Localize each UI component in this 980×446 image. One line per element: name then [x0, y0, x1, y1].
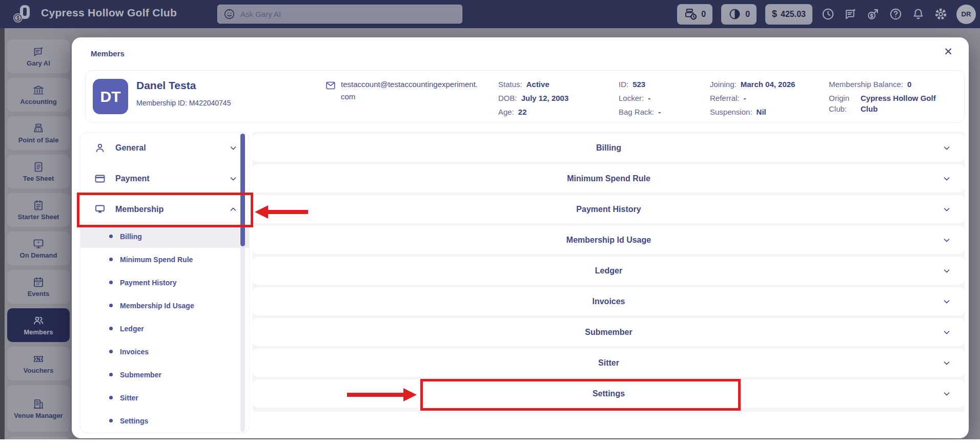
nav-subitem-minimum-spend-rule[interactable]: Minimum Spend Rule — [80, 248, 249, 271]
sidebar-item-accounting[interactable]: Accounting — [7, 78, 70, 112]
ticket-percent-icon — [32, 353, 45, 365]
sidebar-item-label: On Demand — [20, 251, 57, 259]
app-sidebar: Gary AI Accounting Point of Sale — [5, 28, 72, 439]
field-value: Cypress Hollow Golf Club — [861, 91, 954, 114]
bullet-icon — [109, 373, 113, 376]
nav-section-payment[interactable]: Payment — [80, 163, 249, 194]
building-icon — [32, 398, 45, 410]
accordion-title: Minimum Spend Rule — [567, 174, 650, 183]
balance-badge[interactable]: $ 425.03 — [765, 4, 812, 25]
nav-subitem-membership-id-usage[interactable]: Membership Id Usage — [80, 294, 249, 317]
nav-subitem-ledger[interactable]: Ledger — [80, 317, 249, 340]
bullet-icon — [109, 281, 113, 284]
settings-gear-icon[interactable] — [934, 7, 948, 21]
sidebar-item-starter-sheet[interactable]: Starter Sheet — [7, 193, 70, 227]
ask-gary-ai-search-input[interactable]: Ask Gary AI — [217, 5, 462, 24]
timer-badge[interactable]: 0 — [721, 4, 757, 25]
nav-subitem-label: Sitter — [120, 394, 138, 402]
sidebar-item-gary-ai[interactable]: Gary AI — [7, 39, 70, 73]
sidebar-item-venue-manager[interactable]: Venue Manager — [7, 385, 70, 432]
accordion-title: Ledger — [595, 266, 622, 275]
field-value: Nil — [757, 105, 766, 119]
accordion-settings[interactable]: Settings — [253, 379, 965, 408]
user-avatar[interactable]: DR — [956, 5, 976, 24]
help-icon[interactable] — [889, 7, 903, 21]
accordion-ledger[interactable]: Ledger — [253, 257, 965, 285]
register-sessions-badge[interactable]: 0 — [677, 4, 712, 25]
dollar-icon: $ — [772, 9, 777, 19]
nav-subitem-label: Payment History — [120, 279, 176, 287]
nav-subitem-invoices[interactable]: Invoices — [80, 340, 249, 363]
accordion-sitter[interactable]: Sitter — [253, 349, 965, 377]
nav-section-general[interactable]: General — [80, 133, 249, 163]
info-column-3: Joining:March 04, 2026 Referral:- Suspen… — [710, 77, 795, 119]
nav-section-membership[interactable]: Membership — [80, 194, 249, 225]
field-value: 523 — [632, 77, 645, 91]
accordion-payment-history[interactable]: Payment History — [253, 195, 965, 223]
accordion-title: Settings — [593, 389, 625, 398]
member-details-modal: Members ✕ DT Danel Testa Membership ID: … — [72, 37, 969, 438]
member-section-nav: General Payment Membership — [80, 132, 250, 433]
bullet-icon — [109, 258, 113, 261]
document-icon — [32, 161, 45, 173]
membership-badge-icon — [94, 203, 106, 216]
accordion-title: Submember — [585, 328, 632, 337]
field-value: March 04, 2026 — [741, 77, 795, 91]
bullet-icon — [109, 419, 113, 422]
modal-title: Members — [91, 49, 125, 58]
register-count: 0 — [701, 10, 706, 19]
sidebar-item-events[interactable]: Events — [7, 270, 70, 304]
chevron-down-icon — [229, 143, 238, 153]
clock-icon[interactable] — [821, 7, 835, 21]
email-envelope-icon — [325, 80, 336, 91]
club-name: Cypress Hollow Golf Club — [41, 7, 177, 19]
accordion-title: Billing — [596, 143, 621, 153]
accordion-submember[interactable]: Submember — [253, 318, 965, 346]
sidebar-item-vouchers[interactable]: Vouchers — [7, 347, 70, 380]
accordion-invoices[interactable]: Invoices — [253, 287, 965, 315]
field-label: Membership Balance: — [829, 77, 903, 91]
club-logo-icon[interactable]: $ — [11, 4, 33, 25]
chevron-down-icon — [942, 174, 951, 183]
sidebar-item-tee-sheet[interactable]: Tee Sheet — [7, 155, 70, 188]
nav-scrollbar-thumb[interactable] — [240, 134, 245, 246]
chevron-up-icon — [229, 205, 238, 214]
nav-section-label: Membership — [115, 205, 229, 214]
nav-subitem-payment-history[interactable]: Payment History — [80, 271, 249, 294]
accordion-title: Membership Id Usage — [566, 236, 651, 245]
sidebar-item-on-demand[interactable]: On Demand — [7, 231, 70, 265]
nav-subitem-billing[interactable]: Billing — [80, 225, 249, 248]
field-label: Status: — [498, 77, 522, 91]
chevron-down-icon — [942, 358, 951, 368]
bullet-icon — [109, 327, 113, 330]
close-icon[interactable]: ✕ — [941, 45, 955, 59]
balance-amount: 425.03 — [781, 10, 806, 19]
accordion-title: Payment History — [576, 205, 641, 214]
member-email-block: testaccount@testaccountingexperiment.com — [325, 78, 480, 103]
nav-subitem-sitter[interactable]: Sitter — [80, 386, 249, 409]
field-label: Origin Club: — [829, 91, 856, 114]
sidebar-item-label: Gary AI — [27, 59, 50, 67]
accordion-minimum-spend-rule[interactable]: Minimum Spend Rule — [253, 164, 965, 193]
timer-count: 0 — [745, 10, 750, 19]
chevron-down-icon — [229, 174, 238, 183]
clipboard-calendar-icon — [32, 199, 45, 211]
nav-subitem-submember[interactable]: Submember — [80, 363, 249, 386]
nav-subitem-settings[interactable]: Settings — [80, 409, 249, 432]
accordion-billing[interactable]: Billing — [253, 134, 965, 162]
bullet-icon — [109, 235, 113, 238]
sidebar-item-label: Events — [28, 290, 50, 298]
chevron-down-icon — [942, 143, 951, 153]
nav-section-label: Payment — [115, 174, 229, 183]
accordion-title: Sitter — [598, 358, 619, 368]
nav-subitem-label: Invoices — [120, 348, 149, 356]
changelog-icon[interactable] — [844, 7, 858, 21]
notifications-bell-icon[interactable] — [911, 7, 925, 21]
sidebar-item-label: Starter Sheet — [18, 213, 59, 221]
bank-icon — [32, 84, 45, 96]
chat-sparkle-icon — [32, 46, 45, 58]
sidebar-item-point-of-sale[interactable]: Point of Sale — [7, 116, 70, 150]
sidebar-item-members[interactable]: Members — [7, 308, 70, 342]
accordion-membership-id-usage[interactable]: Membership Id Usage — [253, 226, 965, 254]
payout-icon[interactable] — [866, 7, 880, 21]
